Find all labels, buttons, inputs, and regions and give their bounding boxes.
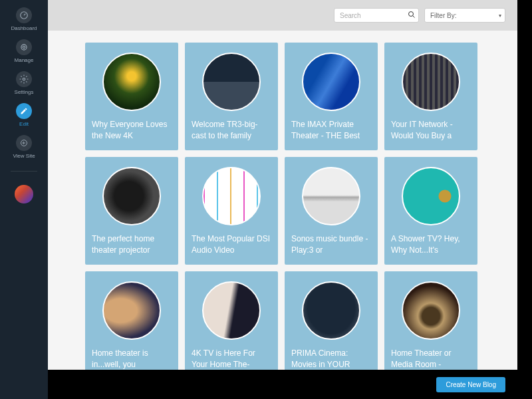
- card-thumbnail: [302, 281, 360, 340]
- blog-card[interactable]: Home Theater or Media Room -: [384, 271, 477, 379]
- blog-card[interactable]: Home theater is in...well, you: [85, 271, 178, 379]
- card-thumbnail: [302, 167, 360, 225]
- svg-point-1: [23, 46, 25, 49]
- blog-card[interactable]: 4K TV is Here For Your Home The-: [185, 271, 278, 379]
- card-title: The perfect home theater projector: [92, 233, 172, 256]
- blog-card[interactable]: Sonos music bundle - Play:3 or: [285, 157, 378, 265]
- card-title: 4K TV is Here For Your Home The-: [192, 348, 271, 370]
- blog-card[interactable]: The perfect home theater projector: [85, 157, 178, 265]
- search-input[interactable]: [334, 8, 419, 23]
- card-thumbnail: [402, 281, 460, 340]
- card-title: A Shower TV? Hey, Why Not...It's: [391, 233, 471, 256]
- nav-label: Settings: [15, 89, 34, 95]
- gear-wrench-icon: [16, 39, 32, 55]
- nav-label: Edit: [19, 121, 29, 127]
- dashboard-icon: [16, 7, 32, 23]
- blog-card[interactable]: Why Everyone Loves the New 4K: [85, 43, 178, 150]
- blog-card[interactable]: The IMAX Private Theater - THE Best: [285, 43, 378, 150]
- content[interactable]: Why Everyone Loves the New 4K Welcome TR…: [48, 31, 517, 399]
- card-thumbnail: [402, 53, 460, 111]
- blog-card[interactable]: Your IT Network - Would You Buy a: [384, 43, 477, 150]
- card-title: Sonos music bundle - Play:3 or: [291, 233, 371, 256]
- blog-card[interactable]: A Shower TV? Hey, Why Not...It's: [384, 157, 477, 265]
- divider: [11, 171, 37, 172]
- footer-bar: Create New Blog: [48, 370, 517, 399]
- card-title: Why Everyone Loves the New 4K: [92, 119, 172, 142]
- filter-wrap: Filter By: ▾: [424, 8, 505, 23]
- card-thumbnail: [102, 281, 161, 340]
- blog-card[interactable]: The Most Popular DSI Audio Video: [185, 157, 278, 265]
- nav-label: Manage: [15, 57, 34, 63]
- card-title: The Most Popular DSI Audio Video: [192, 233, 271, 256]
- card-thumbnail: [202, 167, 261, 225]
- card-grid: Why Everyone Loves the New 4K Welcome TR…: [85, 43, 480, 379]
- cog-icon: [16, 71, 32, 87]
- avatar[interactable]: [15, 185, 33, 203]
- search-wrap: [334, 8, 419, 23]
- card-thumbnail: [202, 281, 261, 340]
- nav-label: Dashboard: [11, 25, 37, 31]
- nav-manage[interactable]: Manage: [0, 35, 48, 67]
- blog-card[interactable]: PRIMA Cinema: Movies in YOUR: [285, 271, 378, 379]
- card-thumbnail: [402, 167, 460, 225]
- blog-card[interactable]: Welcome TR3-big-cast to the family: [185, 43, 278, 150]
- arrow-out-icon: [16, 135, 32, 151]
- nav-label: View Site: [13, 153, 35, 159]
- card-thumbnail: [302, 53, 360, 111]
- card-title: Your IT Network - Would You Buy a: [391, 119, 471, 142]
- topbar: Filter By: ▾: [48, 0, 517, 31]
- card-title: Home Theater or Media Room -: [391, 348, 471, 370]
- filter-select[interactable]: Filter By:: [424, 8, 505, 23]
- pencil-icon: [16, 103, 32, 119]
- card-title: The IMAX Private Theater - THE Best: [291, 119, 371, 142]
- card-title: Welcome TR3-big-cast to the family: [192, 119, 271, 142]
- nav-view-site[interactable]: View Site: [0, 131, 48, 163]
- card-thumbnail: [102, 53, 161, 111]
- nav-settings[interactable]: Settings: [0, 67, 48, 99]
- svg-point-2: [23, 78, 25, 80]
- create-new-blog-button[interactable]: Create New Blog: [436, 377, 505, 392]
- sidebar: Dashboard Manage Settings Edit View Site: [0, 0, 48, 399]
- card-thumbnail: [102, 167, 161, 225]
- card-title: Home theater is in...well, you: [92, 348, 172, 370]
- nav-dashboard[interactable]: Dashboard: [0, 3, 48, 35]
- nav-edit[interactable]: Edit: [0, 99, 48, 131]
- card-title: PRIMA Cinema: Movies in YOUR: [291, 348, 371, 370]
- card-thumbnail: [202, 53, 261, 111]
- main: Filter By: ▾ Why Everyone Loves the New …: [48, 0, 532, 399]
